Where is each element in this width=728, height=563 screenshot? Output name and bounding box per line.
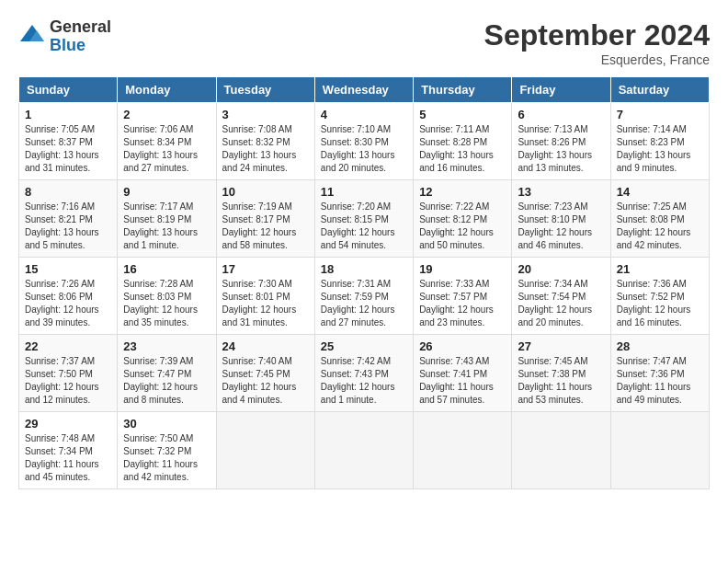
weekday-header-thursday: Thursday [414,77,512,103]
weekday-header-tuesday: Tuesday [216,77,314,103]
calendar-cell: 21Sunrise: 7:36 AMSunset: 7:52 PMDayligh… [610,258,709,335]
calendar-cell [216,412,314,489]
day-number: 17 [222,262,309,276]
day-info: Sunrise: 7:26 AMSunset: 8:06 PMDaylight:… [25,278,111,329]
day-number: 20 [518,262,604,276]
weekday-header-sunday: Sunday [19,77,118,103]
day-info: Sunrise: 7:05 AMSunset: 8:37 PMDaylight:… [25,123,111,175]
logo-icon [18,23,46,51]
day-info: Sunrise: 7:10 AMSunset: 8:30 PMDaylight:… [321,123,407,175]
calendar-cell: 29Sunrise: 7:48 AMSunset: 7:34 PMDayligh… [19,412,118,489]
day-info: Sunrise: 7:42 AMSunset: 7:43 PMDaylight:… [321,355,407,407]
day-number: 12 [419,185,506,199]
day-number: 19 [419,262,506,276]
calendar-header-row: SundayMondayTuesdayWednesdayThursdayFrid… [19,77,710,103]
day-info: Sunrise: 7:31 AMSunset: 7:59 PMDaylight:… [321,278,407,329]
day-info: Sunrise: 7:16 AMSunset: 8:21 PMDaylight:… [25,201,111,252]
calendar-cell: 14Sunrise: 7:25 AMSunset: 8:08 PMDayligh… [610,180,709,258]
calendar-cell [512,412,610,489]
location: Esquerdes, France [484,52,710,67]
day-info: Sunrise: 7:06 AMSunset: 8:34 PMDaylight:… [123,123,210,175]
weekday-header-wednesday: Wednesday [314,77,413,103]
calendar-cell: 8Sunrise: 7:16 AMSunset: 8:21 PMDaylight… [19,180,118,258]
day-number: 5 [419,108,506,121]
day-info: Sunrise: 7:25 AMSunset: 8:08 PMDaylight:… [617,201,703,252]
calendar-week-row: 1Sunrise: 7:05 AMSunset: 8:37 PMDaylight… [19,103,710,180]
day-number: 11 [321,185,407,199]
day-number: 16 [123,262,210,276]
day-info: Sunrise: 7:28 AMSunset: 8:03 PMDaylight:… [123,278,210,329]
calendar-cell: 18Sunrise: 7:31 AMSunset: 7:59 PMDayligh… [314,258,413,335]
day-number: 30 [123,417,210,431]
calendar-cell: 1Sunrise: 7:05 AMSunset: 8:37 PMDaylight… [19,103,118,180]
day-info: Sunrise: 7:23 AMSunset: 8:10 PMDaylight:… [518,201,604,252]
calendar-week-row: 15Sunrise: 7:26 AMSunset: 8:06 PMDayligh… [19,258,710,335]
calendar-cell: 9Sunrise: 7:17 AMSunset: 8:19 PMDaylight… [118,180,216,258]
day-number: 26 [419,339,506,353]
day-info: Sunrise: 7:39 AMSunset: 7:47 PMDaylight:… [123,355,210,407]
calendar-cell: 3Sunrise: 7:08 AMSunset: 8:32 PMDaylight… [216,103,314,180]
day-number: 25 [321,339,407,353]
calendar-cell: 30Sunrise: 7:50 AMSunset: 7:32 PMDayligh… [118,412,216,489]
day-number: 13 [518,185,604,199]
day-number: 2 [123,108,210,121]
day-number: 4 [321,108,407,121]
day-number: 22 [25,339,111,353]
logo-text: General Blue [50,18,111,55]
calendar-cell: 26Sunrise: 7:43 AMSunset: 7:41 PMDayligh… [414,335,512,412]
calendar-table: SundayMondayTuesdayWednesdayThursdayFrid… [18,76,710,489]
calendar-cell [314,412,413,489]
calendar-body: 1Sunrise: 7:05 AMSunset: 8:37 PMDaylight… [19,103,710,489]
calendar-cell: 25Sunrise: 7:42 AMSunset: 7:43 PMDayligh… [314,335,413,412]
day-info: Sunrise: 7:37 AMSunset: 7:50 PMDaylight:… [25,355,111,407]
calendar-week-row: 22Sunrise: 7:37 AMSunset: 7:50 PMDayligh… [19,335,710,412]
calendar-cell: 17Sunrise: 7:30 AMSunset: 8:01 PMDayligh… [216,258,314,335]
day-info: Sunrise: 7:08 AMSunset: 8:32 PMDaylight:… [222,123,309,175]
day-info: Sunrise: 7:11 AMSunset: 8:28 PMDaylight:… [419,123,506,175]
calendar-week-row: 29Sunrise: 7:48 AMSunset: 7:34 PMDayligh… [19,412,710,489]
day-number: 14 [617,185,703,199]
day-info: Sunrise: 7:45 AMSunset: 7:38 PMDaylight:… [518,355,604,407]
title-block: September 2024 Esquerdes, France [484,18,710,67]
day-number: 18 [321,262,407,276]
calendar-cell: 20Sunrise: 7:34 AMSunset: 7:54 PMDayligh… [512,258,610,335]
calendar-cell: 12Sunrise: 7:22 AMSunset: 8:12 PMDayligh… [414,180,512,258]
calendar-cell: 13Sunrise: 7:23 AMSunset: 8:10 PMDayligh… [512,180,610,258]
day-number: 28 [617,339,703,353]
calendar-cell: 10Sunrise: 7:19 AMSunset: 8:17 PMDayligh… [216,180,314,258]
day-info: Sunrise: 7:36 AMSunset: 7:52 PMDaylight:… [617,278,703,329]
calendar-cell: 7Sunrise: 7:14 AMSunset: 8:23 PMDaylight… [610,103,709,180]
day-number: 9 [123,185,210,199]
page-header: General Blue September 2024 Esquerdes, F… [18,18,710,67]
calendar-cell: 15Sunrise: 7:26 AMSunset: 8:06 PMDayligh… [19,258,118,335]
calendar-cell: 28Sunrise: 7:47 AMSunset: 7:36 PMDayligh… [610,335,709,412]
day-info: Sunrise: 7:30 AMSunset: 8:01 PMDaylight:… [222,278,309,329]
day-info: Sunrise: 7:50 AMSunset: 7:32 PMDaylight:… [123,432,210,484]
calendar-cell: 24Sunrise: 7:40 AMSunset: 7:45 PMDayligh… [216,335,314,412]
calendar-cell: 19Sunrise: 7:33 AMSunset: 7:57 PMDayligh… [414,258,512,335]
logo: General Blue [18,18,111,55]
calendar-cell: 16Sunrise: 7:28 AMSunset: 8:03 PMDayligh… [118,258,216,335]
day-info: Sunrise: 7:43 AMSunset: 7:41 PMDaylight:… [419,355,506,407]
calendar-week-row: 8Sunrise: 7:16 AMSunset: 8:21 PMDaylight… [19,180,710,258]
day-number: 1 [25,108,111,121]
day-number: 7 [617,108,703,121]
day-info: Sunrise: 7:34 AMSunset: 7:54 PMDaylight:… [518,278,604,329]
day-number: 27 [518,339,604,353]
day-number: 23 [123,339,210,353]
day-number: 3 [222,108,309,121]
weekday-header-saturday: Saturday [610,77,709,103]
calendar-cell: 23Sunrise: 7:39 AMSunset: 7:47 PMDayligh… [118,335,216,412]
calendar-cell: 4Sunrise: 7:10 AMSunset: 8:30 PMDaylight… [314,103,413,180]
day-info: Sunrise: 7:17 AMSunset: 8:19 PMDaylight:… [123,201,210,252]
day-info: Sunrise: 7:33 AMSunset: 7:57 PMDaylight:… [419,278,506,329]
day-number: 24 [222,339,309,353]
day-info: Sunrise: 7:47 AMSunset: 7:36 PMDaylight:… [617,355,703,407]
day-number: 10 [222,185,309,199]
calendar-cell: 27Sunrise: 7:45 AMSunset: 7:38 PMDayligh… [512,335,610,412]
weekday-header-monday: Monday [118,77,216,103]
day-info: Sunrise: 7:13 AMSunset: 8:26 PMDaylight:… [518,123,604,175]
day-number: 29 [25,417,111,431]
day-number: 15 [25,262,111,276]
day-info: Sunrise: 7:22 AMSunset: 8:12 PMDaylight:… [419,201,506,252]
